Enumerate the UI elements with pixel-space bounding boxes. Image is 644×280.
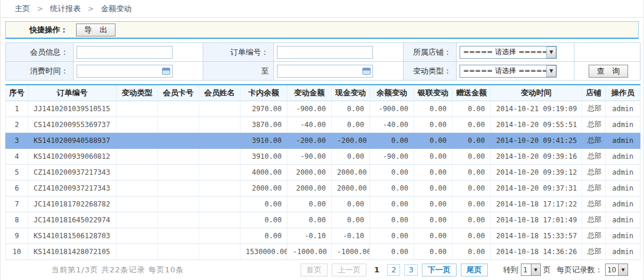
table-cell: 2000.00 — [288, 180, 332, 196]
table-row[interactable]: 10KS14101814280721051530000.00-1000.00-1… — [6, 244, 640, 259]
table-row[interactable]: 2CS14102009553697373870.00-40.000.00-40.… — [6, 116, 640, 132]
chevron-down-icon[interactable]: ▼ — [546, 46, 556, 58]
table-cell: 2014-10-21 09:19:09 — [491, 101, 582, 116]
first-page-button[interactable]: 首页 — [300, 264, 328, 276]
table-cell: 0.00 — [288, 212, 332, 228]
column-header: 变动类型 — [117, 85, 158, 101]
member-info-input[interactable] — [77, 46, 173, 59]
table-cell: 3 — [6, 132, 28, 148]
search-button[interactable]: 查 询 — [589, 65, 628, 78]
table-cell: 0.00 — [453, 132, 491, 148]
table-cell: 0.00 — [370, 196, 414, 212]
table-cell: admin — [606, 180, 640, 196]
table-cell: 0.00 — [332, 101, 370, 116]
chevron-down-icon[interactable]: ▼ — [546, 65, 556, 77]
table-cell: JC1410181702268782 — [28, 196, 117, 212]
column-header: 银联变动 — [414, 85, 453, 101]
table-cell: 0.00 — [414, 101, 453, 116]
table-cell: -90.00 — [288, 148, 332, 164]
table-row[interactable]: 6CZ14102009372173432000.002000.002000.00… — [6, 180, 640, 196]
table-cell — [158, 116, 199, 132]
consume-time-to-field — [277, 65, 373, 78]
table-cell: 2014-10-20 09:37:31 — [491, 180, 582, 196]
column-header: 变动时间 — [491, 85, 582, 101]
goto-suffix: 页 — [543, 265, 551, 275]
prev-page-button[interactable]: 上一页 — [332, 264, 366, 276]
table-cell: 0.00 — [370, 212, 414, 228]
table-cell: CZ1410200937217343 — [28, 164, 117, 180]
page-number-2[interactable]: 2 — [387, 264, 400, 276]
table-cell — [158, 244, 199, 259]
table-cell: 0.00 — [332, 212, 370, 228]
table-row[interactable]: 5CZ14102009372173434000.002000.002000.00… — [6, 164, 640, 180]
table-cell: KS1410181428072105 — [28, 244, 117, 259]
table-cell: 总部 — [582, 132, 606, 148]
table-cell: 总部 — [582, 180, 606, 196]
table-cell: 0.00 — [370, 180, 414, 196]
table-row[interactable]: 8JC14101816450229740.000.000.000.000.000… — [6, 212, 640, 228]
table-cell: 0.00 — [453, 244, 491, 259]
table-cell — [199, 244, 240, 259]
table-cell: CS1410200955369737 — [28, 116, 117, 132]
next-page-button[interactable]: 下一页 — [422, 264, 457, 276]
column-header: 卡内余额 — [240, 85, 288, 101]
consume-time-to-input[interactable] — [277, 65, 373, 78]
page-number-3[interactable]: 3 — [404, 264, 417, 276]
table-row[interactable]: 1JJ14102010395105152970.00-900.000.00-90… — [6, 101, 640, 116]
page-size-select[interactable]: 10 ▼ — [605, 264, 628, 276]
last-page-button[interactable]: 尾页 — [461, 264, 488, 276]
calendar-icon[interactable] — [362, 68, 371, 75]
order-no-input[interactable] — [277, 46, 373, 59]
table-cell: 8 — [6, 212, 28, 228]
table-cell — [117, 228, 158, 244]
table-cell: 2014-10-20 09:39:12 — [491, 164, 582, 180]
store-select[interactable]: ===== 请选择 ===== ▼ — [460, 46, 557, 59]
calendar-icon[interactable] — [162, 68, 170, 75]
to-label: 至 — [203, 62, 274, 81]
column-header: 赠送金额 — [453, 85, 491, 101]
table-cell: 1530000.00 — [240, 244, 288, 259]
table-cell: 总部 — [582, 164, 606, 180]
table-row[interactable]: 4KS14102009390608123910.00-90.000.00-90.… — [6, 148, 640, 164]
goto-page-select[interactable]: 1 ▼ — [521, 264, 541, 276]
table-cell: 3910.00 — [240, 132, 288, 148]
table-cell — [199, 180, 240, 196]
breadcrumb-home[interactable]: 主页 — [15, 4, 30, 14]
table-cell: JC1410181645022974 — [28, 212, 117, 228]
table-cell: -1000.00 — [332, 244, 370, 259]
breadcrumb-report[interactable]: 统计报表 — [50, 4, 81, 14]
table-cell: 9 — [6, 228, 28, 244]
page: 主页 > 统计报表 > 金额变动 快捷操作： 导 出 会员信息： 订单编号： 所… — [0, 0, 644, 280]
table-cell: 0.00 — [414, 132, 453, 148]
table-cell: 2970.00 — [240, 101, 288, 116]
table-cell: 3870.00 — [240, 116, 288, 132]
page-size-label: 每页记录数： — [557, 265, 603, 275]
chevron-down-icon[interactable]: ▼ — [531, 264, 540, 275]
store-select-value: ===== 请选择 ===== — [460, 47, 546, 57]
table-cell — [199, 228, 240, 244]
breadcrumb-separator: > — [88, 5, 94, 13]
consume-time-from-field — [77, 65, 173, 78]
table-row[interactable]: 7JC14101817022687820.000.000.000.000.000… — [6, 196, 640, 212]
chevron-down-icon[interactable]: ▼ — [618, 264, 628, 275]
table-cell: 0.00 — [288, 196, 332, 212]
consume-time-from-input[interactable] — [77, 65, 173, 78]
table-cell — [158, 212, 199, 228]
table-cell: JJ1410201039510515 — [28, 101, 117, 116]
table-cell: CZ1410200937217343 — [28, 180, 117, 196]
member-info-label: 会员信息： — [6, 43, 74, 62]
table-cell: 0.00 — [414, 180, 453, 196]
column-header: 店铺 — [582, 85, 606, 101]
table-cell: 0.00 — [453, 212, 491, 228]
table-row-selected[interactable]: 3KS14102009405889373910.00-200.00-200.00… — [6, 132, 640, 148]
change-type-select[interactable]: ===== 请选择 ===== ▼ — [460, 65, 557, 78]
table-cell: 2014-10-18 15:33:57 — [491, 228, 582, 244]
table-cell — [158, 132, 199, 148]
table-cell: 总部 — [582, 196, 606, 212]
export-button[interactable]: 导 出 — [76, 24, 115, 36]
table-cell: 5 — [6, 164, 28, 180]
table-row[interactable]: 9KS14101815061287030.00-0.10-0.100.000.0… — [6, 228, 640, 244]
table-cell: 1 — [6, 101, 28, 116]
table-cell — [117, 164, 158, 180]
table-cell: 3910.00 — [240, 148, 288, 164]
